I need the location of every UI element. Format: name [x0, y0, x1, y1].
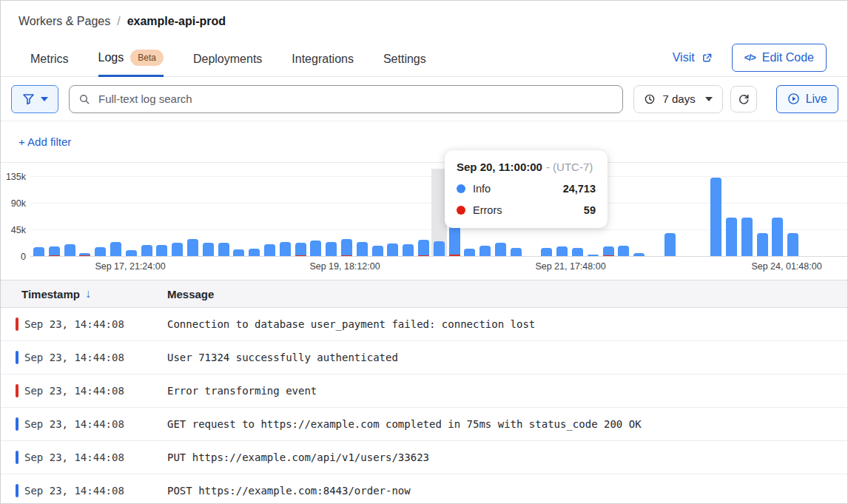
chart-bar[interactable] — [495, 243, 506, 256]
chart-bar[interactable] — [603, 246, 614, 256]
chart-x-tick: Sep 24, 01:48:00 — [751, 261, 821, 272]
chart-bar[interactable] — [126, 250, 137, 256]
chart-x-axis: Sep 17, 21:24:00Sep 19, 18:12:00Sep 21, … — [1, 260, 847, 272]
chart-bar[interactable] — [187, 239, 198, 256]
chart-bar[interactable] — [511, 248, 522, 256]
chart-bar[interactable] — [49, 246, 60, 257]
bar-info-segment — [418, 240, 429, 255]
tab-logs[interactable]: Logs Beta — [98, 50, 164, 77]
chart-bar[interactable] — [741, 218, 753, 256]
log-row[interactable]: Sep 23, 14:44:08Connection to database u… — [1, 308, 847, 341]
chart-bar[interactable] — [64, 244, 75, 256]
chart-bar[interactable] — [757, 233, 768, 256]
external-link-icon — [701, 53, 713, 64]
chart-bar[interactable] — [110, 242, 121, 256]
chart-bar[interactable] — [264, 244, 275, 256]
log-message: Error transforming event — [167, 385, 317, 397]
chart-bar[interactable] — [588, 255, 599, 256]
chart-bar[interactable] — [726, 218, 737, 256]
chart-bar[interactable] — [218, 243, 229, 256]
chart-x-tick: Sep 17, 21:24:00 — [95, 261, 165, 272]
bar-info-segment — [403, 244, 414, 256]
log-row[interactable]: Sep 23, 14:44:08User 71324 successfully … — [1, 341, 847, 374]
visit-link[interactable]: Visit — [673, 51, 713, 64]
chart-bar[interactable] — [156, 245, 167, 256]
column-header-message: Message — [167, 288, 214, 300]
chart-bar[interactable] — [434, 241, 445, 256]
chart-bar[interactable] — [280, 242, 291, 256]
chart-bar[interactable] — [33, 247, 44, 256]
bar-info-segment — [511, 248, 522, 256]
tooltip-timezone: - (UTC-7) — [546, 161, 593, 173]
chart-bar[interactable] — [95, 247, 106, 256]
bar-info-segment — [110, 242, 121, 256]
chart-bar[interactable] — [464, 249, 475, 256]
log-row[interactable]: Sep 23, 14:44:08Error transforming event — [1, 374, 847, 408]
chart-bar[interactable] — [141, 245, 152, 256]
chart-bar[interactable] — [664, 233, 676, 256]
log-row[interactable]: Sep 23, 14:44:08PUT https://example.com/… — [1, 441, 847, 474]
bar-info-segment — [541, 248, 552, 256]
search-box — [69, 85, 623, 113]
search-input[interactable] — [97, 92, 613, 106]
chart-bar[interactable] — [372, 246, 383, 256]
log-row[interactable]: Sep 23, 14:44:08GET request to https://e… — [1, 408, 847, 441]
chart-bar[interactable] — [618, 246, 629, 256]
bar-error-segment — [295, 255, 306, 257]
chevron-down-icon — [705, 97, 713, 101]
chart-bar[interactable] — [449, 226, 460, 256]
time-range-dropdown[interactable]: 7 days — [633, 85, 722, 113]
tab-settings[interactable]: Settings — [383, 53, 426, 77]
page-title: example-api-prod — [127, 15, 226, 28]
bar-info-segment — [280, 242, 291, 256]
edit-code-button[interactable]: </> Edit Code — [732, 44, 827, 72]
chart-bar[interactable] — [310, 241, 321, 256]
chart-bar[interactable] — [403, 244, 414, 256]
refresh-icon — [738, 93, 750, 105]
chart-bar[interactable] — [341, 239, 352, 256]
chart-bar[interactable] — [249, 249, 260, 256]
chart-plot: 045k90k135k — [1, 172, 847, 257]
bar-info-segment — [357, 242, 368, 256]
info-level-indicator — [16, 417, 18, 431]
tab-metrics[interactable]: Metrics — [30, 53, 69, 77]
chart-bar[interactable] — [541, 248, 552, 256]
log-row[interactable]: Sep 23, 14:44:08POST https://example.com… — [1, 474, 847, 504]
chart-bar[interactable] — [326, 242, 337, 256]
bar-info-segment — [495, 243, 506, 256]
bar-info-segment — [172, 243, 183, 256]
tooltip-errors-value: 59 — [584, 204, 596, 216]
chart-bar[interactable] — [172, 243, 183, 256]
bar-info-segment — [233, 249, 244, 256]
column-header-timestamp[interactable]: Timestamp ↓ — [1, 287, 167, 300]
tab-deployments[interactable]: Deployments — [193, 53, 262, 77]
add-filter-button[interactable]: + Add filter — [18, 135, 71, 148]
chart-bar[interactable] — [233, 249, 244, 256]
chart-bar[interactable] — [203, 243, 214, 256]
chart-y-tick: 45k — [1, 225, 26, 235]
chart-bar[interactable] — [572, 248, 583, 256]
chart-bar[interactable] — [772, 218, 783, 256]
tab-integrations[interactable]: Integrations — [292, 53, 354, 77]
chart-bar[interactable] — [387, 243, 398, 256]
chart-bar[interactable] — [556, 246, 568, 256]
chart-bar[interactable] — [710, 178, 721, 256]
bar-info-segment — [341, 239, 352, 255]
live-button[interactable]: Live — [776, 85, 838, 113]
log-message: GET request to https://example.com compl… — [167, 418, 642, 430]
breadcrumb-section[interactable]: Workers & Pages — [18, 15, 110, 28]
log-message: PUT https://example.com/api/v1/users/336… — [167, 451, 429, 463]
bar-info-segment — [479, 246, 491, 256]
filter-dropdown-button[interactable] — [11, 85, 58, 113]
chart-bar[interactable] — [787, 233, 798, 256]
refresh-button[interactable] — [730, 86, 757, 112]
chart-bar[interactable] — [633, 253, 645, 256]
chart-bar[interactable] — [357, 242, 368, 256]
chart-bar[interactable] — [418, 240, 429, 256]
message-column-label: Message — [167, 288, 214, 300]
tab-label: Integrations — [292, 53, 354, 66]
chart-bar[interactable] — [295, 243, 306, 256]
chart-bar[interactable] — [79, 253, 90, 256]
info-level-indicator — [16, 484, 18, 497]
chart-bar[interactable] — [479, 246, 491, 256]
